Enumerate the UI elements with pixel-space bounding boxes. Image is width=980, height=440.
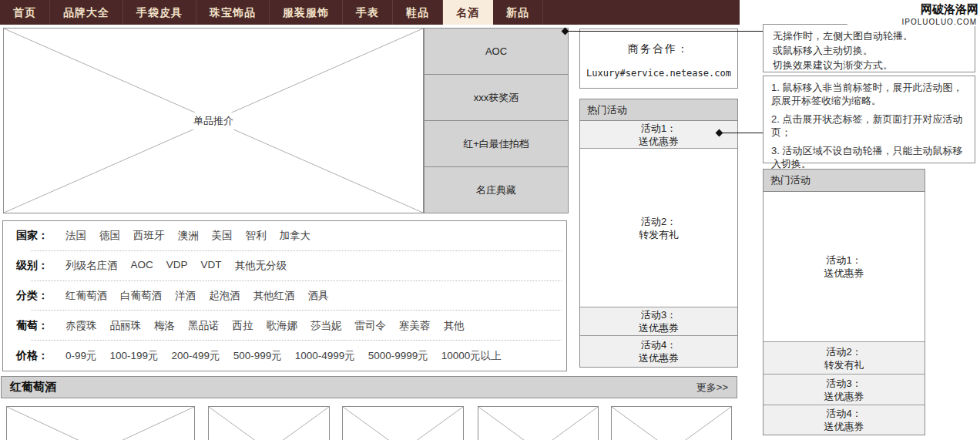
filter-option[interactable]: 雷司令	[355, 319, 387, 333]
filter-label-country: 国家：	[3, 229, 65, 243]
annotation-item: 3. 活动区域不设自动轮播，只能主动鼠标移入切换。	[771, 144, 967, 170]
business-coop-title: 商务合作：	[580, 42, 737, 56]
activity-4-line2: 送优惠券	[824, 420, 864, 433]
right-activity-tab-3[interactable]: 活动3： 送优惠券	[764, 375, 925, 405]
filter-option[interactable]: 100-199元	[110, 349, 159, 363]
product-placeholder[interactable]	[208, 406, 330, 440]
annotation-line: 切换效果建议为渐变方式。	[773, 58, 965, 72]
annotation-box-carousel: 无操作时，左侧大图自动轮播。 或鼠标移入主动切换。 切换效果建议为渐变方式。	[763, 24, 975, 72]
filter-option[interactable]: 美国	[212, 229, 233, 243]
activity-2-line1: 活动2：	[826, 345, 861, 358]
filter-option[interactable]: 200-499元	[172, 349, 220, 363]
nav-item-home[interactable]: 首页	[0, 0, 50, 25]
carousel-tab-best-pairing[interactable]: 红+白最佳拍档	[425, 121, 568, 167]
filter-option[interactable]: VDP	[166, 259, 188, 273]
filter-option[interactable]: 赤霞珠	[65, 319, 97, 333]
filter-option[interactable]: 黑品诺	[188, 319, 220, 333]
filter-option[interactable]: 1000-4999元	[295, 349, 355, 363]
filter-label-grade: 级别：	[3, 259, 65, 273]
filter-row-country: 国家： 法国 德国 西班牙 澳洲 美国 智利 加拿大	[3, 221, 566, 251]
filter-options-grape: 赤霞珠 品丽珠 梅洛 黑品诺 西拉 歌海娜 莎当妮 雷司令 塞美蓉 其他	[65, 319, 465, 333]
right-activity-tab-2[interactable]: 活动2： 转发有礼	[764, 342, 925, 375]
activity-3-line2: 送优惠券	[824, 390, 864, 403]
filter-option[interactable]: 0-99元	[65, 349, 97, 363]
filter-option[interactable]: 红葡萄酒	[65, 289, 107, 303]
filter-option[interactable]: 法国	[65, 229, 86, 243]
activity-2-line2: 转发有礼	[824, 358, 864, 371]
filter-options-category: 红葡萄酒 白葡萄酒 洋酒 起泡酒 其他红酒 酒具	[65, 289, 329, 303]
product-placeholder[interactable]	[6, 406, 195, 440]
annotation-connector-activity	[719, 133, 763, 133]
annotation-box-activities: 1. 鼠标移入非当前标签时，展开此活动图，原展开标签收缩为缩略。 2. 点击展开…	[763, 76, 975, 163]
filter-option[interactable]: 澳洲	[178, 229, 199, 243]
annotation-line: 或鼠标移入主动切换。	[773, 43, 965, 58]
filter-option[interactable]: 500-999元	[233, 349, 282, 363]
filter-option[interactable]: 加拿大	[280, 229, 311, 243]
filter-option[interactable]: 德国	[99, 229, 120, 243]
activity-4-line1: 活动4：	[641, 338, 676, 351]
nav-item-apparel[interactable]: 服装服饰	[270, 0, 343, 25]
filter-option[interactable]: 其他无分级	[235, 259, 287, 273]
activity-tab-2-expanded[interactable]: 活动2： 转发有礼	[580, 149, 737, 307]
hot-activities-header: 热门活动	[580, 99, 737, 121]
filter-option[interactable]: 列级名庄酒	[65, 259, 118, 273]
right-activity-tab-4[interactable]: 活动4： 送优惠券	[764, 405, 925, 435]
product-placeholder[interactable]	[342, 406, 464, 440]
filter-option[interactable]: 西班牙	[133, 229, 165, 243]
nav-item-shoes[interactable]: 鞋品	[393, 0, 443, 25]
activity-3-line1: 活动3：	[641, 308, 676, 321]
filter-option[interactable]: 西拉	[233, 319, 253, 333]
filter-option[interactable]: 莎当妮	[310, 319, 342, 333]
more-link[interactable]: 更多>>	[696, 381, 728, 395]
filter-option[interactable]: 起泡酒	[209, 289, 240, 303]
filter-option[interactable]: 白葡萄酒	[120, 289, 162, 303]
wireframe-page: 首页 品牌大全 手袋皮具 珠宝饰品 服装服饰 手表 鞋品 名酒 新品 网破洛洛网…	[0, 0, 980, 440]
filter-option[interactable]: 洋酒	[175, 289, 196, 303]
filter-option[interactable]: 5000-9999元	[368, 349, 428, 363]
activity-tab-4[interactable]: 活动4： 送优惠券	[580, 336, 737, 367]
filter-option[interactable]: 梅洛	[154, 319, 175, 333]
carousel-tab-aoc[interactable]: AOC	[425, 29, 568, 75]
activity-4-line1: 活动4：	[826, 407, 861, 420]
placeholder-cross-icon	[7, 407, 194, 440]
product-placeholder[interactable]	[478, 406, 599, 440]
placeholder-cross-icon	[478, 407, 598, 440]
filter-option[interactable]: AOC	[131, 259, 153, 273]
filter-option[interactable]: 其他红酒	[253, 289, 295, 303]
carousel-tab-famous-collection[interactable]: 名庄典藏	[425, 167, 568, 213]
product-placeholder[interactable]	[611, 406, 732, 440]
filter-option[interactable]: 其他	[444, 319, 465, 333]
annotation-item: 1. 鼠标移入非当前标签时，展开此活动图，原展开标签收缩为缩略。	[771, 81, 967, 107]
carousel-tab-award-wine[interactable]: xxx获奖酒	[425, 75, 568, 121]
filter-option[interactable]: 品丽珠	[110, 319, 142, 333]
filter-row-category: 分类： 红葡萄酒 白葡萄酒 洋酒 起泡酒 其他红酒 酒具	[3, 281, 566, 311]
right-activity-tab-1-expanded[interactable]: 活动1： 送优惠券	[764, 192, 925, 342]
filter-option[interactable]: VDT	[201, 259, 222, 273]
nav-item-wine-active[interactable]: 名酒	[443, 0, 493, 25]
hot-activities-header: 热门活动	[764, 170, 925, 192]
nav-item-brands[interactable]: 品牌大全	[50, 0, 123, 25]
hot-activities-panel: 热门活动 活动1： 送优惠券 活动2： 转发有礼 活动3： 送优惠券 活动4： …	[579, 99, 738, 368]
nav-item-bags-leather[interactable]: 手袋皮具	[123, 0, 196, 25]
placeholder-cross-icon	[343, 407, 463, 440]
activity-tab-1[interactable]: 活动1： 送优惠券	[580, 121, 737, 149]
featured-carousel-placeholder[interactable]: 单品推介	[3, 28, 424, 213]
filter-options-price: 0-99元 100-199元 200-499元 500-999元 1000-49…	[65, 349, 502, 363]
activity-1-line1: 活动1：	[826, 254, 861, 267]
nav-item-watches[interactable]: 手表	[343, 0, 393, 25]
carousel-placeholder-label: 单品推介	[187, 113, 240, 129]
filter-option[interactable]: 酒具	[308, 289, 329, 303]
placeholder-cross-icon	[612, 407, 731, 440]
nav-item-new[interactable]: 新品	[493, 0, 543, 25]
nav-item-jewelry[interactable]: 珠宝饰品	[196, 0, 270, 25]
activity-3-line1: 活动3：	[826, 377, 861, 390]
filter-option[interactable]: 歌海娜	[267, 319, 298, 333]
filter-option[interactable]: 塞美蓉	[399, 319, 431, 333]
annotation-item: 2. 点击展开状态标签，新页面打开对应活动页；	[771, 113, 967, 139]
filter-option[interactable]: 10000元以上	[441, 349, 502, 363]
activity-tab-3[interactable]: 活动3： 送优惠券	[580, 307, 737, 336]
filter-row-grade: 级别： 列级名庄酒 AOC VDP VDT 其他无分级	[3, 251, 566, 281]
business-coop-box: 商务合作： Luxury#service.netease.com	[579, 29, 738, 89]
red-wine-section-bar: 红葡萄酒 更多>>	[1, 376, 737, 398]
filter-option[interactable]: 智利	[246, 229, 267, 243]
